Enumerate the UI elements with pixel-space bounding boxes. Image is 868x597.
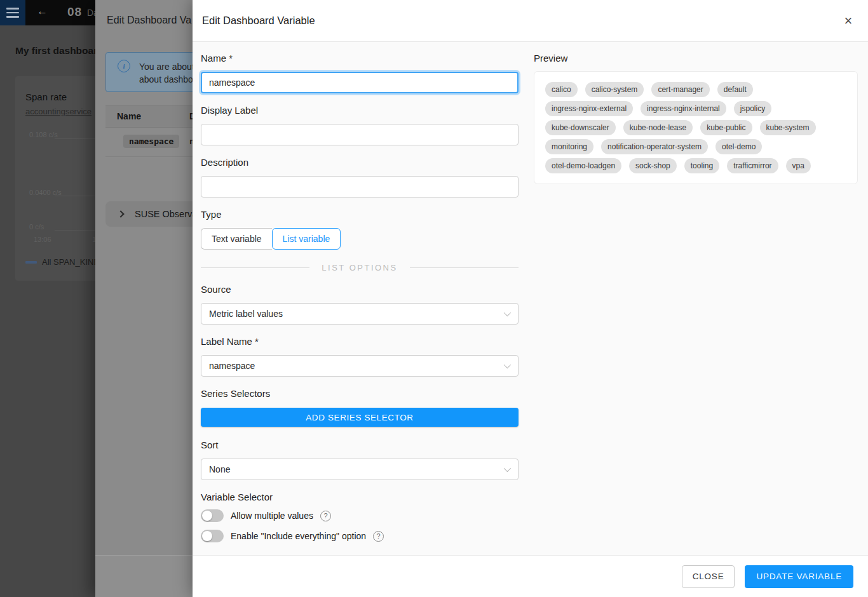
variable-form: Name * Display Label Description Type Te…: [201, 42, 519, 555]
type-option-text-variable[interactable]: Text variable: [201, 228, 272, 250]
preview-chip: sock-shop: [629, 158, 677, 173]
y-axis-tick: 0 c/s: [29, 223, 44, 231]
include-everything-row: Enable "Include everything" option ?: [201, 529, 519, 543]
variable-selector-label: Variable Selector: [201, 492, 519, 502]
label-name-field-label: Label Name *: [201, 336, 519, 347]
type-toggle-group: Text variable List variable: [201, 228, 519, 250]
preview-chip: ingress-nginx-internal: [641, 101, 726, 116]
toggle-label: Enable "Include everything" option: [231, 531, 366, 541]
allow-multiple-values-toggle[interactable]: [201, 509, 224, 522]
preview-chip: tooling: [684, 158, 719, 173]
chevron-right-icon: [117, 210, 124, 217]
preview-chip: kube-downscaler: [545, 120, 616, 135]
allow-multiple-values-row: Allow multiple values ?: [201, 509, 519, 523]
variable-name-chip: namespace: [123, 135, 179, 148]
description-field-label: Description: [201, 157, 519, 168]
x-axis-tick: 13:06: [34, 236, 51, 243]
type-field-label: Type: [201, 209, 519, 220]
chevron-down-icon: [504, 465, 511, 472]
divider-label: LIST OPTIONS: [309, 263, 409, 272]
modal-body: Name * Display Label Description Type Te…: [193, 42, 868, 555]
preview-chip: otel-demo-loadgen: [545, 158, 621, 173]
back-arrow-icon[interactable]: ←: [37, 5, 48, 18]
series-selectors-label: Series Selectors: [201, 388, 519, 399]
preview-chip: calico: [545, 82, 578, 97]
description-input[interactable]: [201, 176, 519, 198]
hamburger-icon: [6, 8, 19, 10]
source-select-value: Metric label values: [209, 309, 283, 319]
hamburger-menu-button[interactable]: [0, 0, 25, 25]
legend-line-swatch: [25, 261, 37, 264]
chip-row: ingress-nginx-externalingress-nginx-inte…: [545, 101, 846, 116]
list-options-divider: LIST OPTIONS: [201, 263, 519, 272]
dialog-title: Edit Dashboard Va: [107, 15, 191, 26]
preview-chip: monitoring: [545, 139, 593, 154]
preview-chip: default: [717, 82, 753, 97]
add-series-selector-button[interactable]: ADD SERIES SELECTOR: [201, 408, 519, 427]
source-select[interactable]: Metric label values: [201, 303, 519, 325]
alert-text-line: You are about t: [139, 62, 199, 72]
label-name-select[interactable]: namespace: [201, 355, 519, 377]
chart-legend-item[interactable]: All SPAN_KIND_: [25, 257, 104, 267]
preview-chip: cert-manager: [651, 82, 709, 97]
chevron-down-icon: [504, 309, 511, 316]
sort-select[interactable]: None: [201, 459, 519, 480]
info-icon: i: [118, 60, 130, 72]
preview-chip-rows: calicocalico-systemcert-managerdefaultin…: [545, 82, 846, 173]
include-everything-toggle[interactable]: [201, 530, 224, 542]
sort-select-value: None: [209, 464, 230, 474]
column-header-name: Name: [117, 111, 141, 121]
update-variable-button[interactable]: UPDATE VARIABLE: [745, 565, 853, 588]
preview-chip: otel-demo: [715, 139, 762, 154]
modal-header: Edit Dashboard Variable ×: [193, 0, 868, 42]
divider-line: [410, 267, 519, 268]
preview-chip: trafficmirror: [727, 158, 778, 173]
y-axis-tick: 0.108 c/s: [29, 131, 58, 138]
display-label-field-label: Display Label: [201, 105, 519, 116]
chip-row: otel-demo-loadgensock-shoptoolingtraffic…: [545, 158, 846, 173]
modal-footer: CLOSE UPDATE VARIABLE: [193, 555, 868, 597]
preview-chip: notification-operator-system: [601, 139, 708, 154]
preview-section: Preview calicocalico-systemcert-managerd…: [534, 42, 858, 555]
sort-field-label: Sort: [201, 439, 519, 450]
preview-chip: vpa: [786, 158, 811, 173]
chip-row: kube-downscalerkube-node-leasekube-publi…: [545, 120, 846, 135]
close-icon[interactable]: ×: [839, 11, 858, 30]
toggle-label: Allow multiple values: [231, 511, 313, 521]
help-icon[interactable]: ?: [320, 511, 331, 521]
label-name-select-value: namespace: [209, 361, 255, 371]
close-button[interactable]: CLOSE: [682, 565, 735, 588]
preview-heading: Preview: [534, 53, 858, 64]
name-field-label: Name *: [201, 53, 519, 64]
preview-chip: calico-system: [585, 82, 644, 97]
preview-chip: kube-public: [700, 120, 752, 135]
type-option-list-variable[interactable]: List variable: [272, 228, 341, 250]
chip-row: calicocalico-systemcert-managerdefault: [545, 82, 846, 97]
chevron-down-icon: [504, 361, 511, 368]
preview-card: calicocalico-systemcert-managerdefaultin…: [534, 71, 858, 184]
modal-title: Edit Dashboard Variable: [202, 15, 315, 27]
preview-chip: ingress-nginx-external: [545, 101, 633, 116]
divider-line: [201, 267, 309, 268]
name-input[interactable]: [201, 72, 519, 93]
alert-text-line: about dashboa: [139, 74, 198, 84]
panel-service-link[interactable]: accountingservice: [25, 107, 92, 116]
display-label-input[interactable]: [201, 124, 519, 145]
app-logo[interactable]: 08: [67, 5, 82, 19]
chip-row: monitoringnotification-operator-systemot…: [545, 139, 846, 154]
edit-dashboard-variable-modal: Edit Dashboard Variable × Name * Display…: [193, 0, 868, 597]
preview-chip: jspolicy: [734, 101, 771, 116]
preview-chip: kube-system: [760, 120, 816, 135]
help-icon[interactable]: ?: [373, 531, 384, 542]
source-field-label: Source: [201, 284, 519, 295]
panel-title: Span rate: [25, 91, 67, 102]
preview-chip: kube-node-lease: [623, 120, 693, 135]
page-title: My first dashboard: [15, 45, 104, 57]
